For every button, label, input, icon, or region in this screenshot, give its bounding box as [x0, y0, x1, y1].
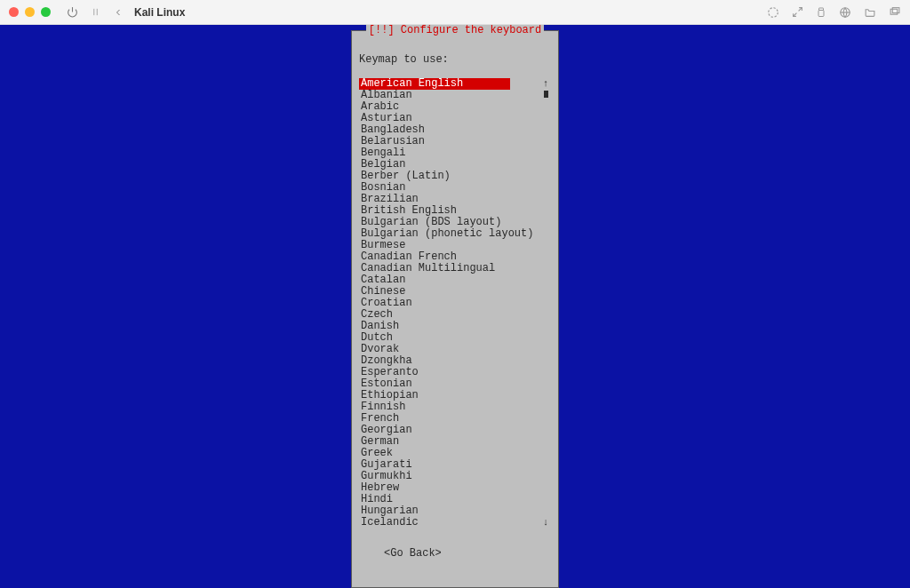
scroll-down-arrow-icon[interactable]: ↓ — [543, 517, 549, 528]
svg-line-4 — [799, 8, 802, 12]
keymap-list[interactable]: American EnglishAlbanianArabicAsturianBa… — [359, 78, 540, 528]
windows-icon[interactable] — [889, 6, 901, 18]
scroll-thumb[interactable] — [544, 91, 548, 98]
maximize-window-button[interactable] — [41, 7, 51, 17]
traffic-lights — [9, 7, 51, 17]
svg-line-5 — [794, 13, 797, 17]
keymap-item[interactable]: Icelandic — [359, 517, 540, 528]
loading-icon[interactable] — [767, 6, 779, 19]
expand-icon[interactable] — [792, 6, 803, 18]
go-back-button[interactable]: <Go Back> — [359, 548, 551, 560]
usb-icon[interactable] — [816, 6, 826, 19]
folder-icon[interactable] — [864, 6, 876, 18]
svg-point-3 — [769, 7, 778, 17]
svg-rect-7 — [818, 10, 824, 16]
pause-icon[interactable] — [91, 7, 100, 17]
globe-icon[interactable] — [839, 6, 851, 19]
dialog-title: [!!] Configure the keyboard — [366, 25, 544, 36]
back-icon[interactable] — [113, 7, 124, 18]
scroll-up-arrow-icon[interactable]: ↑ — [543, 78, 549, 90]
svg-rect-10 — [890, 9, 898, 14]
window-titlebar: Kali Linux — [0, 0, 910, 25]
minimize-window-button[interactable] — [25, 7, 35, 17]
power-icon[interactable] — [67, 6, 78, 18]
svg-rect-11 — [892, 8, 899, 13]
close-window-button[interactable] — [9, 7, 19, 17]
vm-screen: [!!] Configure the keyboard Keymap to us… — [0, 25, 910, 588]
scrollbar[interactable]: ↑ ↓ — [540, 78, 551, 528]
prompt-label: Keymap to use: — [359, 54, 551, 66]
window-title: Kali Linux — [134, 6, 185, 19]
installer-dialog: [!!] Configure the keyboard Keymap to us… — [351, 30, 559, 588]
